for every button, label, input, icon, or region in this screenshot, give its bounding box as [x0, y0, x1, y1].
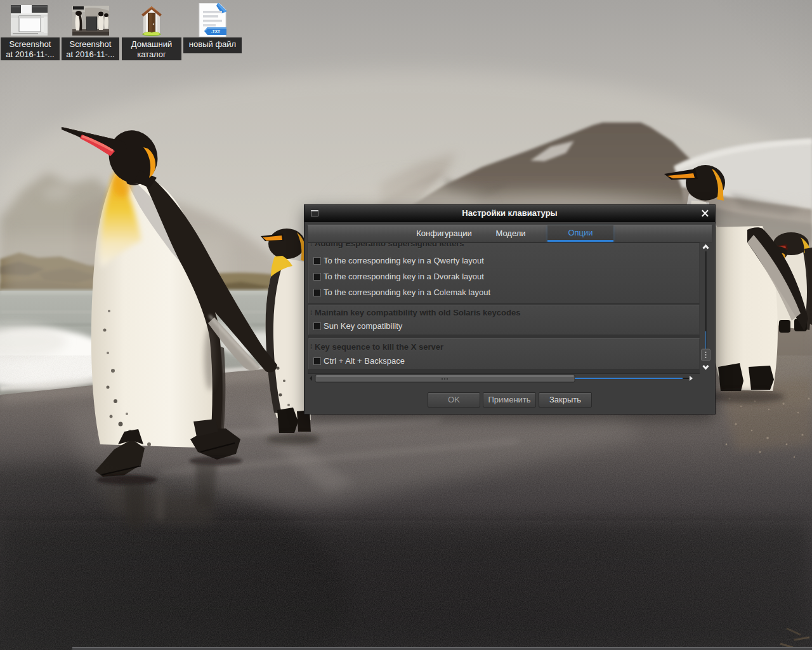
- svg-text:.TXT: .TXT: [211, 29, 220, 34]
